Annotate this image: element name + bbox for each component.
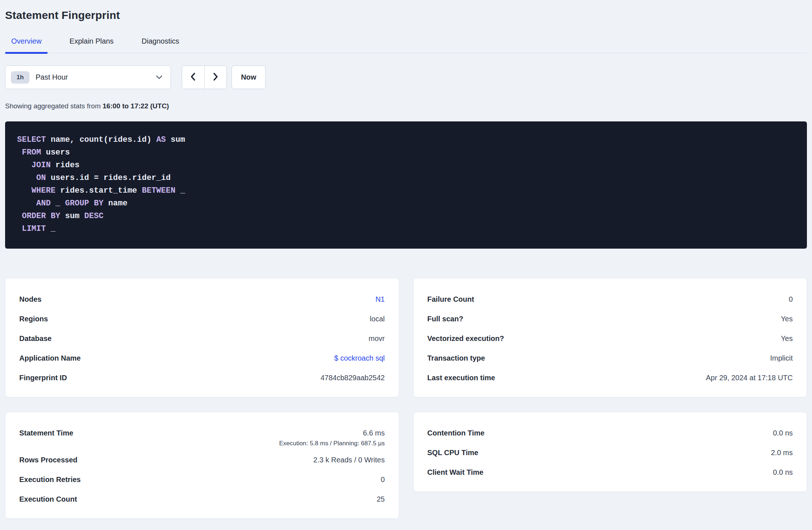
- previous-time-range-button[interactable]: [182, 66, 205, 89]
- row-label: Client Wait Time: [427, 468, 483, 477]
- card-row: Client Wait Time0.0 ns: [427, 462, 793, 482]
- row-value: 0: [381, 475, 385, 484]
- card-row: Transaction typeImplicit: [427, 348, 793, 368]
- sql-code-line: ORDER BY sum DESC: [17, 210, 796, 222]
- row-value: movr: [369, 334, 385, 343]
- now-button[interactable]: Now: [232, 65, 266, 89]
- execution-attributes-card: Failure Count0Full scan?YesVectorized ex…: [413, 278, 807, 397]
- card-row: Vectorized execution?Yes: [427, 329, 793, 348]
- row-value: local: [370, 315, 385, 323]
- sql-code-line: AND _ GROUP BY name: [17, 197, 796, 210]
- tab-explain-plans[interactable]: Explain Plans: [63, 31, 120, 53]
- row-label: Execution Retries: [19, 475, 81, 484]
- chevron-left-icon: [190, 72, 196, 82]
- chevron-right-icon: [213, 72, 218, 82]
- row-value-link[interactable]: N1: [375, 295, 385, 304]
- time-range-stepper: [182, 65, 227, 89]
- row-label: Database: [19, 334, 52, 343]
- statement-details-card: NodesN1RegionslocalDatabasemovrApplicati…: [5, 278, 399, 397]
- row-value: Apr 29, 2024 at 17:18 UTC: [706, 374, 793, 382]
- row-label: Application Name: [19, 354, 81, 362]
- stats-caption-range: 16:00 to 17:22 (UTC): [102, 102, 169, 110]
- summary-cards: NodesN1RegionslocalDatabasemovrApplicati…: [5, 278, 807, 519]
- row-label: SQL CPU Time: [427, 449, 478, 457]
- sql-code-line: JOIN rides: [17, 159, 796, 172]
- stats-caption-prefix: Showing aggregated stats from: [5, 102, 102, 110]
- time-range-label: Past Hour: [36, 73, 68, 81]
- row-value-link[interactable]: $ cockroach sql: [334, 354, 385, 362]
- wait-time-card: Contention Time0.0 nsSQL CPU Time2.0 msC…: [413, 412, 807, 492]
- row-value: 2.0 ms: [771, 449, 793, 457]
- row-label: Vectorized execution?: [427, 334, 504, 343]
- aggregated-stats-caption: Showing aggregated stats from 16:00 to 1…: [5, 102, 807, 110]
- sql-statement-box: SELECT name, count(rides.id) AS sum FROM…: [5, 121, 807, 249]
- sql-code-line: ON users.id = rides.rider_id: [17, 172, 796, 184]
- row-label: Last execution time: [427, 374, 495, 382]
- row-label: Full scan?: [427, 315, 463, 323]
- card-row: Contention Time0.0 ns: [427, 423, 793, 443]
- card-row: NodesN1: [19, 289, 385, 309]
- row-sub-value: Execution: 5.8 ms / Planning: 687.5 µs: [19, 440, 385, 450]
- tab-diagnostics[interactable]: Diagnostics: [136, 31, 185, 53]
- next-time-range-button[interactable]: [205, 66, 227, 89]
- card-row: Application Name$ cockroach sql: [19, 348, 385, 368]
- row-value: Implicit: [770, 354, 793, 362]
- row-value: 0.0 ns: [773, 429, 793, 437]
- time-range-badge: 1h: [11, 71, 29, 84]
- row-label: Failure Count: [427, 295, 474, 304]
- card-row: Regionslocal: [19, 309, 385, 329]
- row-value: 2.3 k Reads / 0 Writes: [313, 456, 385, 464]
- row-value: Yes: [781, 334, 793, 343]
- row-label: Rows Processed: [19, 456, 77, 464]
- row-label: Fingerprint ID: [19, 374, 67, 382]
- card-row: Rows Processed2.3 k Reads / 0 Writes: [19, 450, 385, 470]
- time-range-dropdown[interactable]: 1h Past Hour: [5, 65, 171, 89]
- card-row: Full scan?Yes: [427, 309, 793, 329]
- row-label: Execution Count: [19, 495, 77, 503]
- row-value: 6.6 ms: [363, 429, 385, 437]
- row-label: Regions: [19, 315, 48, 323]
- row-label: Contention Time: [427, 429, 485, 437]
- tab-bar: Overview Explain Plans Diagnostics: [5, 31, 807, 53]
- row-value: Yes: [781, 315, 793, 323]
- sql-code-line: WHERE rides.start_time BETWEEN _: [17, 184, 796, 197]
- card-row: Failure Count0: [427, 289, 793, 309]
- statement-fingerprint-page: Statement Fingerprint Overview Explain P…: [0, 8, 812, 519]
- page-title: Statement Fingerprint: [5, 8, 807, 23]
- statement-timing-card: Statement Time6.6 msExecution: 5.8 ms / …: [5, 412, 399, 519]
- chevron-down-icon: [156, 75, 162, 79]
- row-label: Transaction type: [427, 354, 485, 362]
- card-row: Fingerprint ID4784cb829aab2542: [19, 368, 385, 388]
- row-value: 25: [377, 495, 385, 503]
- tab-overview[interactable]: Overview: [5, 31, 48, 53]
- sql-code-line: SELECT name, count(rides.id) AS sum: [17, 133, 796, 146]
- time-controls: 1h Past Hour Now: [5, 65, 807, 89]
- card-row: Execution Count25: [19, 489, 385, 509]
- row-value: 0: [789, 295, 793, 304]
- card-row: Last execution timeApr 29, 2024 at 17:18…: [427, 368, 793, 388]
- card-row: Execution Retries0: [19, 470, 385, 489]
- row-value: 0.0 ns: [773, 468, 793, 477]
- row-value: 4784cb829aab2542: [321, 374, 385, 382]
- card-row: Databasemovr: [19, 329, 385, 348]
- sql-code-line: FROM users: [17, 146, 796, 159]
- row-label: Nodes: [19, 295, 41, 304]
- row-label: Statement Time: [19, 429, 73, 437]
- sql-code-line: LIMIT _: [17, 222, 796, 235]
- card-row: SQL CPU Time2.0 ms: [427, 443, 793, 462]
